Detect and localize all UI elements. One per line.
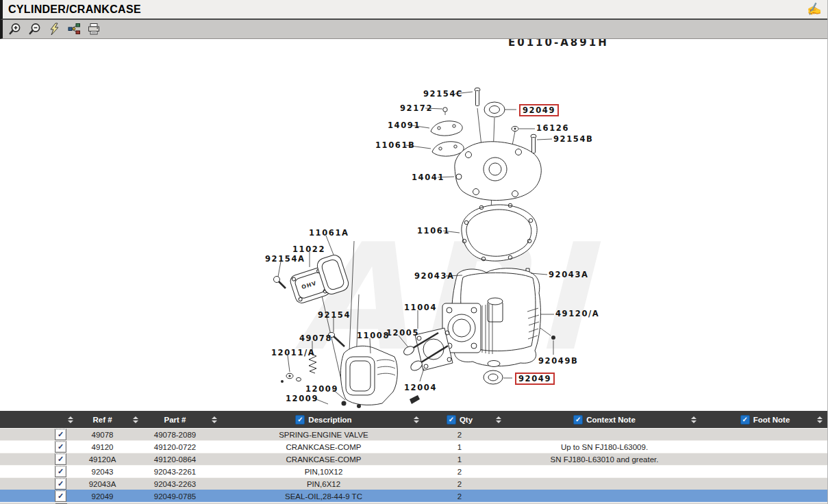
notes-icon[interactable]: ✍ [805, 1, 822, 18]
row-select-cell[interactable]: ✓ [0, 429, 79, 440]
part-bolt-92154A [274, 277, 286, 289]
diagram-code: E0110-A891H [508, 39, 609, 49]
part-seal-92049-top [484, 102, 505, 117]
column-header-part-[interactable]: Part # [144, 411, 223, 428]
hotspot-label-12009[interactable]: 12009 [286, 394, 318, 403]
parts-viewer-window: CYLINDER/CRANKCASE ✍ [0, 0, 828, 504]
row-select-cell[interactable]: ✓ [0, 441, 79, 453]
part-plate-14091 [431, 121, 462, 136]
cell-context [507, 478, 702, 490]
hotspot-label-14041[interactable]: 14041 [412, 173, 444, 182]
column-header-qty[interactable]: ✓Qty [425, 411, 507, 428]
hotspot-label-49120-A[interactable]: 49120/A [555, 309, 599, 318]
hotspot-map-button[interactable] [66, 22, 81, 37]
hotspot-label-12009[interactable]: 12009 [305, 384, 338, 394]
row-select-cell[interactable]: ✓ [0, 490, 79, 502]
lightning-icon [49, 23, 60, 36]
zoom-out-button[interactable] [27, 22, 42, 37]
pick-list-check-icon[interactable]: ✓ [55, 441, 66, 453]
hotspot-label-92172[interactable]: 92172 [400, 103, 433, 113]
part-gasket-11061 [462, 203, 537, 261]
zoom-in-button[interactable] [7, 22, 22, 37]
hotspot-label-12004[interactable]: 12004 [404, 383, 437, 392]
hotspot-label-12011-A[interactable]: 12011/A [271, 348, 315, 357]
part-seal-92049-bottom [484, 370, 503, 384]
column-checkbox-context-note[interactable]: ✓ [573, 415, 583, 425]
part-screw-92172 [443, 108, 447, 115]
cell-context [507, 490, 702, 502]
column-header-description[interactable]: ✓Description [223, 411, 425, 428]
column-header-ref-[interactable]: Ref # [79, 411, 144, 428]
print-button[interactable] [86, 22, 101, 37]
hotspot-label-11004[interactable]: 11004 [404, 303, 437, 312]
column-header-context-note[interactable]: ✓Context Note [507, 411, 702, 428]
column-checkbox-foot-note[interactable]: ✓ [740, 415, 750, 425]
sort-arrows-icon[interactable] [496, 416, 501, 423]
hotspot-label-11061A[interactable]: 11061A [309, 228, 349, 238]
sort-arrows-icon[interactable] [68, 416, 73, 423]
column-checkbox-qty[interactable]: ✓ [447, 415, 456, 425]
hotspot-label-12005[interactable]: 12005 [386, 328, 419, 338]
hotspot-label-92043A[interactable]: 92043A [414, 271, 455, 281]
pick-list-check-icon[interactable]: ✓ [55, 478, 66, 490]
hotspot-label-11061[interactable]: 11061 [417, 226, 450, 236]
sort-arrows-icon[interactable] [133, 416, 138, 423]
table-row-49120[interactable]: ✓4912049120-0722CRANKCASE-COMP1Up to SN … [0, 440, 828, 453]
cell-desc: CRANKCASE-COMP [223, 453, 425, 465]
cell-context: Up to SN FJ180-L63009. [507, 441, 702, 453]
column-header-foot-note[interactable]: ✓Foot Note [702, 411, 828, 428]
hotspot-flash-button[interactable] [47, 22, 62, 37]
hotspot-label-92154[interactable]: 92154 [318, 310, 351, 320]
pick-list-check-icon[interactable]: ✓ [55, 453, 66, 465]
table-row-92049[interactable]: ✓9204992049-0785SEAL-OIL,28-44-9 TC2 [0, 490, 828, 502]
table-row-92043[interactable]: ✓9204392043-2261PIN,10X122 [0, 465, 828, 477]
table-row-49078[interactable]: ✓4907849078-2089SPRING-ENGINE VALVE2 [0, 428, 828, 440]
hotspot-label-11008[interactable]: 11008 [357, 331, 390, 340]
cell-qty: 2 [425, 490, 507, 502]
hotspot-label-92049B[interactable]: 92049B [538, 356, 578, 366]
hotspot-label-selected-92049[interactable]: 92049 [515, 373, 555, 385]
sort-arrows-icon[interactable] [817, 416, 823, 423]
row-select-cell[interactable]: ✓ [0, 478, 79, 490]
part-ring-16126 [512, 126, 518, 131]
cell-qty: 2 [425, 466, 507, 477]
hotspot-label-16126[interactable]: 16126 [536, 123, 569, 133]
table-row-49120A[interactable]: ✓49120A49120-0864CRANKCASE-COMP1SN FJ180… [0, 453, 828, 465]
pick-list-check-icon[interactable]: ✓ [55, 490, 66, 502]
row-select-cell[interactable]: ✓ [0, 453, 79, 465]
hotspot-label-selected-92049[interactable]: 92049 [519, 104, 559, 116]
part-cover-14041 [455, 142, 541, 201]
hotspot-label-92154A[interactable]: 92154A [265, 254, 305, 264]
cell-qty: 2 [425, 429, 507, 440]
cell-ref: 49120 [79, 441, 144, 453]
hotspot-label-11022[interactable]: 11022 [292, 244, 325, 254]
diagram-canvas[interactable]: ARI [0, 39, 828, 411]
part-head-11008 [340, 346, 420, 408]
part-plate-11061B [432, 142, 464, 156]
exploded-view-art [0, 39, 828, 411]
parts-table-body: ✓4907849078-2089SPRING-ENGINE VALVE2✓491… [0, 428, 828, 502]
cell-foot [702, 441, 828, 453]
cell-context: SN FJ180-L63010 and greater. [507, 453, 702, 465]
hotspot-label-14091[interactable]: 14091 [388, 121, 421, 130]
zoom-out-icon [28, 23, 41, 36]
row-select-cell[interactable]: ✓ [0, 466, 79, 477]
pick-list-check-icon[interactable]: ✓ [55, 466, 66, 477]
cell-desc: SEAL-OIL,28-44-9 TC [223, 490, 425, 502]
pick-list-check-icon[interactable]: ✓ [55, 429, 66, 440]
sort-arrows-icon[interactable] [414, 416, 419, 423]
hotspot-label-92154B[interactable]: 92154B [553, 134, 593, 144]
column-checkbox-description[interactable]: ✓ [295, 415, 305, 425]
cell-ref: 49078 [79, 429, 144, 440]
table-row-92043A[interactable]: ✓92043A92043-2263PIN,6X122 [0, 477, 828, 490]
parts-table-header: Ref #Part #✓Description✓Qty✓Context Note… [0, 411, 828, 428]
hotspot-label-92043A[interactable]: 92043A [549, 270, 589, 279]
hotspot-label-11061B[interactable]: 11061B [375, 140, 415, 150]
hotspot-label-92154C[interactable]: 92154C [423, 89, 463, 99]
sort-arrows-icon[interactable] [691, 416, 697, 423]
hotspot-label-49078[interactable]: 49078 [299, 333, 332, 343]
diagram-toolbar [0, 20, 828, 39]
column-header-select[interactable] [0, 411, 79, 428]
sort-arrows-icon[interactable] [212, 416, 217, 423]
cell-ref: 49120A [79, 453, 144, 465]
